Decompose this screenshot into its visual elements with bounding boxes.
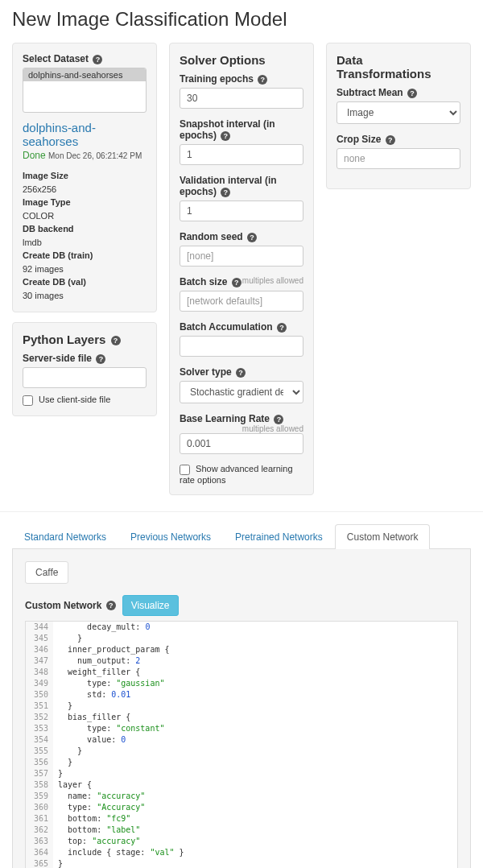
- meta-key: Create DB (val): [23, 275, 147, 289]
- code-line[interactable]: 357}: [26, 768, 457, 779]
- tab-standard-networks[interactable]: Standard Networks: [12, 524, 118, 549]
- code-line[interactable]: 354 value: 0: [26, 734, 457, 746]
- client-file-checkbox[interactable]: [23, 395, 33, 406]
- info-icon[interactable]: ?: [236, 368, 246, 378]
- meta-value: 256x256: [23, 183, 147, 196]
- solver-type-select[interactable]: Stochastic gradient descent (SGD): [180, 381, 303, 403]
- info-icon[interactable]: ?: [274, 415, 283, 424]
- custom-network-label: Custom Network ?: [25, 600, 116, 611]
- code-line[interactable]: 352 bias_filler {: [26, 712, 457, 723]
- code-line[interactable]: 344 decay_mult: 0: [26, 622, 457, 633]
- code-line[interactable]: 361 bottom: "fc9": [26, 813, 457, 825]
- meta-key: Image Type: [23, 196, 147, 209]
- batch-accum-input[interactable]: [180, 336, 303, 357]
- info-icon[interactable]: ?: [247, 233, 257, 242]
- meta-value: lmdb: [23, 236, 147, 250]
- code-line[interactable]: 348 weight_filler {: [26, 667, 457, 678]
- tab-custom-network[interactable]: Custom Network: [335, 524, 431, 549]
- code-line[interactable]: 346 inner_product_param {: [26, 644, 457, 655]
- custom-network-panel: Caffe Custom Network ? Visualize 344 dec…: [12, 549, 471, 868]
- solver-heading: Solver Options: [180, 53, 303, 67]
- advanced-lr-checkbox[interactable]: [180, 465, 190, 475]
- client-file-label: Use client-side file: [39, 395, 110, 404]
- code-line[interactable]: 365}: [26, 858, 457, 868]
- validation-interval-input[interactable]: [180, 200, 303, 221]
- code-line[interactable]: 353 type: "constant": [26, 723, 457, 734]
- code-line[interactable]: 351 }: [26, 701, 457, 712]
- batch-size-input[interactable]: [180, 291, 303, 312]
- python-layers-heading: Python Layers ?: [23, 333, 147, 346]
- info-icon[interactable]: ?: [258, 75, 267, 85]
- server-file-label: Server-side file ?: [23, 353, 147, 364]
- transforms-heading: Data Transformations: [336, 53, 460, 81]
- info-icon[interactable]: ?: [407, 89, 417, 98]
- dataset-option[interactable]: dolphins-and-seahorses: [23, 68, 146, 81]
- code-line[interactable]: 358layer {: [26, 779, 457, 791]
- server-file-input[interactable]: [23, 367, 147, 388]
- code-line[interactable]: 363 top: "accuracy": [26, 836, 457, 847]
- code-line[interactable]: 345 }: [26, 633, 457, 644]
- info-icon[interactable]: ?: [221, 188, 230, 197]
- dataset-status: Done Mon Dec 26, 06:21:42 PM: [23, 150, 147, 161]
- code-line[interactable]: 347 num_output: 2: [26, 655, 457, 667]
- sub-tab-caffe[interactable]: Caffe: [25, 561, 68, 584]
- tab-previous-networks[interactable]: Previous Networks: [118, 524, 223, 549]
- code-line[interactable]: 350 std: 0.01: [26, 689, 457, 701]
- dataset-listbox[interactable]: dolphins-and-seahorses: [23, 68, 147, 113]
- meta-key: DB backend: [23, 222, 147, 236]
- select-dataset-label: Select Dataset ?: [23, 53, 147, 64]
- info-icon[interactable]: ?: [93, 55, 102, 64]
- info-icon[interactable]: ?: [221, 131, 230, 141]
- learning-rate-input[interactable]: [180, 433, 303, 454]
- crop-size-input[interactable]: [336, 148, 460, 169]
- training-epochs-input[interactable]: [180, 88, 303, 109]
- code-line[interactable]: 364 include { stage: "val" }: [26, 847, 457, 858]
- random-seed-input[interactable]: [180, 246, 303, 267]
- info-icon[interactable]: ?: [232, 278, 242, 287]
- info-icon[interactable]: ?: [386, 135, 395, 145]
- info-icon[interactable]: ?: [277, 323, 287, 333]
- meta-key: Image Size: [23, 169, 147, 183]
- code-line[interactable]: 356 }: [26, 757, 457, 768]
- info-icon[interactable]: ?: [111, 336, 121, 345]
- python-layers-panel: Python Layers ? Server-side file ? Use c…: [12, 322, 157, 416]
- code-line[interactable]: 359 name: "accuracy": [26, 791, 457, 802]
- code-editor[interactable]: 344 decay_mult: 0345 }346 inner_product_…: [25, 621, 458, 868]
- code-line[interactable]: 360 type: "Accuracy": [26, 802, 457, 813]
- dataset-panel: Select Dataset ? dolphins-and-seahorses …: [12, 43, 157, 312]
- info-icon[interactable]: ?: [96, 354, 105, 364]
- meta-value: 30 images: [23, 289, 147, 303]
- meta-key: Create DB (train): [23, 249, 147, 262]
- code-line[interactable]: 362 bottom: "label": [26, 825, 457, 836]
- transforms-panel: Data Transformations Subtract Mean ? Ima…: [326, 43, 471, 189]
- tab-pretrained-networks[interactable]: Pretrained Networks: [223, 524, 335, 549]
- solver-panel: Solver Options Training epochs ? Snapsho…: [169, 43, 314, 495]
- meta-value: 92 images: [23, 262, 147, 276]
- subtract-mean-select[interactable]: Image: [336, 101, 460, 124]
- code-line[interactable]: 355 }: [26, 746, 457, 757]
- page-title: New Image Classification Model: [12, 8, 471, 31]
- code-line[interactable]: 349 type: "gaussian": [26, 678, 457, 689]
- info-icon[interactable]: ?: [106, 601, 116, 610]
- network-tabs: Standard NetworksPrevious NetworksPretra…: [12, 524, 471, 549]
- dataset-link[interactable]: dolphins-and-seahorses: [23, 121, 147, 148]
- meta-value: COLOR: [23, 209, 147, 223]
- snapshot-interval-input[interactable]: [180, 144, 303, 165]
- visualize-button[interactable]: Visualize: [122, 595, 179, 616]
